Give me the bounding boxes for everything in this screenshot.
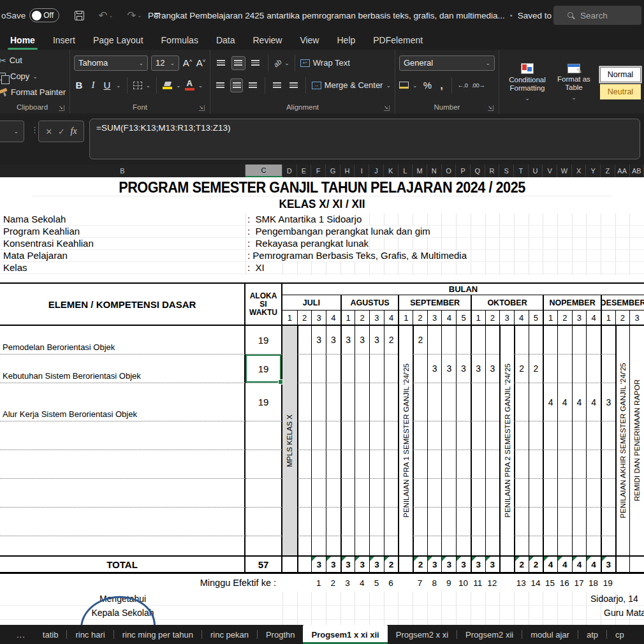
week-data-cell[interactable]	[384, 479, 399, 508]
total-label-cell[interactable]: TOTAL	[0, 555, 245, 574]
week-header-cell[interactable]: 1	[601, 311, 615, 326]
week-data-cell[interactable]	[427, 508, 442, 536]
column-header-r[interactable]: R	[485, 165, 500, 177]
week-data-cell[interactable]	[311, 508, 326, 536]
week-header-cell[interactable]: 3	[427, 311, 442, 326]
element-row-cell[interactable]	[0, 450, 245, 479]
sheet-tab-progthn[interactable]: Progthn	[258, 625, 304, 644]
ribbon-tab-view[interactable]: View	[291, 31, 328, 50]
week-header-cell[interactable]: 2	[557, 311, 572, 326]
ribbon-tab-insert[interactable]: Insert	[44, 31, 84, 50]
cancel-icon[interactable]: ✕	[45, 127, 52, 136]
week-data-cell[interactable]	[384, 450, 399, 479]
ribbon-tab-review[interactable]: Review	[244, 31, 291, 50]
week-data-cell[interactable]	[340, 479, 355, 508]
special-column-penilaian-akhir-semester-ganji[interactable]: PENILAIAN AKHIR SEMESTER GANJIL '24/'25	[615, 326, 630, 555]
week-data-cell[interactable]	[441, 421, 456, 450]
total-week-cell[interactable]: 3	[340, 555, 355, 574]
increase-indent-button[interactable]	[287, 78, 299, 92]
week-data-cell[interactable]	[543, 326, 557, 355]
week-header-cell[interactable]: 4	[441, 311, 456, 326]
week-data-cell[interactable]	[485, 508, 500, 536]
sheet-tab-progsem1-x-xi-xii[interactable]: Progsem1 x xi xii	[303, 625, 387, 644]
week-header-cell[interactable]: 1	[340, 311, 355, 326]
ribbon-tab-help[interactable]: Help	[328, 31, 364, 50]
week-data-cell[interactable]	[514, 536, 529, 555]
week-data-cell[interactable]	[427, 479, 442, 508]
week-data-cell[interactable]	[311, 450, 326, 479]
copy-button[interactable]: Copy⌄	[0, 68, 66, 84]
align-top-button[interactable]	[214, 56, 228, 70]
week-header-cell[interactable]: 2	[297, 311, 312, 326]
week-data-cell[interactable]	[514, 383, 529, 421]
week-header-cell[interactable]: 2	[355, 311, 369, 326]
total-week-cell[interactable]: 3	[456, 555, 471, 574]
week-data-cell[interactable]	[572, 479, 587, 508]
week-data-cell[interactable]	[427, 383, 442, 421]
week-data-cell[interactable]	[326, 479, 340, 508]
format-as-table-button[interactable]: Format as Table⌄	[553, 64, 595, 102]
week-data-cell[interactable]	[586, 479, 601, 508]
element-row-cell[interactable]	[0, 508, 245, 536]
column-header-s[interactable]: S	[499, 165, 514, 177]
week-data-cell[interactable]	[485, 450, 500, 479]
column-header-y[interactable]: Y	[586, 165, 601, 177]
undo-icon[interactable]: ↶	[98, 10, 107, 21]
week-data-cell[interactable]: 3	[326, 326, 340, 355]
week-header-cell[interactable]: 3	[369, 311, 384, 326]
total-week-cell[interactable]	[615, 555, 630, 574]
week-data-cell[interactable]	[369, 355, 384, 383]
week-data-cell[interactable]	[355, 536, 369, 555]
column-header-o[interactable]: O	[442, 165, 457, 177]
element-row-cell[interactable]: Kebutuhan Sistem Berorientasi Objek	[0, 355, 245, 383]
week-data-cell[interactable]	[514, 421, 529, 450]
week-data-cell[interactable]	[456, 508, 471, 536]
week-header-cell[interactable]: 3	[572, 311, 587, 326]
column-header-ab[interactable]: AB	[630, 165, 644, 177]
formula-input[interactable]: =SUM(F13:K13;M13:R13;T13:Z13)	[89, 119, 640, 159]
style-normal[interactable]: Normal	[600, 67, 641, 82]
column-header-x[interactable]: X	[572, 165, 587, 177]
week-data-cell[interactable]	[601, 355, 615, 383]
week-data-cell[interactable]	[413, 450, 427, 479]
total-week-cell[interactable]: 3	[427, 555, 442, 574]
week-data-cell[interactable]: 4	[572, 383, 587, 421]
autosave-toggle[interactable]: Off	[29, 8, 59, 22]
sheet-tab-cp[interactable]: cp	[607, 625, 633, 644]
week-data-cell[interactable]	[485, 536, 500, 555]
week-data-cell[interactable]	[601, 326, 615, 355]
undo-chevron-icon[interactable]: ⌄	[109, 13, 113, 18]
week-data-cell[interactable]	[543, 536, 557, 555]
week-data-cell[interactable]	[326, 508, 340, 536]
week-data-cell[interactable]: 4	[543, 383, 557, 421]
sheet-tab-rinc-hari[interactable]: rinc hari	[67, 625, 113, 644]
week-data-cell[interactable]	[384, 355, 399, 383]
total-week-cell[interactable]	[282, 555, 297, 574]
week-data-cell[interactable]	[586, 355, 601, 383]
total-week-cell[interactable]: 4	[543, 555, 557, 574]
italic-button[interactable]: I	[88, 80, 98, 91]
sheet-tab-rinc-pekan[interactable]: rinc pekan	[202, 625, 257, 644]
week-data-cell[interactable]	[557, 326, 572, 355]
week-data-cell[interactable]	[311, 536, 326, 555]
week-data-cell[interactable]	[384, 383, 399, 421]
total-week-cell[interactable]	[398, 555, 413, 574]
alokasi-cell[interactable]	[245, 479, 282, 508]
week-data-cell[interactable]: 2	[514, 355, 529, 383]
sheet-tab-overflow-icon[interactable]: ...	[0, 625, 34, 644]
week-data-cell[interactable]	[326, 355, 340, 383]
week-data-cell[interactable]	[601, 450, 615, 479]
total-week-cell[interactable]: 2	[514, 555, 529, 574]
ribbon-tab-formulas[interactable]: Formulas	[152, 31, 207, 50]
week-data-cell[interactable]	[557, 355, 572, 383]
week-header-cell[interactable]: 3	[499, 311, 514, 326]
week-data-cell[interactable]: 3	[471, 355, 485, 383]
week-data-cell[interactable]	[384, 421, 399, 450]
font-name-combo[interactable]: Tahoma⌄	[74, 55, 148, 71]
week-data-cell[interactable]	[355, 355, 369, 383]
ribbon-tab-data[interactable]: Data	[207, 31, 244, 50]
font-size-combo[interactable]: 12⌄	[151, 55, 179, 71]
week-data-cell[interactable]	[297, 355, 312, 383]
week-data-cell[interactable]	[471, 536, 485, 555]
week-data-cell[interactable]	[557, 450, 572, 479]
